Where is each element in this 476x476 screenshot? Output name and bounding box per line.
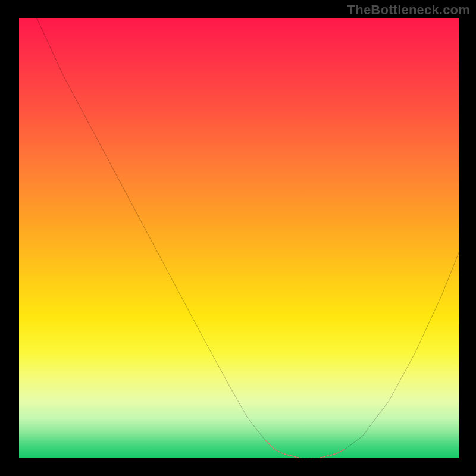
highlight-segment bbox=[265, 440, 345, 458]
chart-frame: TheBottleneck.com bbox=[0, 0, 476, 476]
chart-svg bbox=[19, 18, 459, 458]
plot-area bbox=[19, 18, 459, 458]
watermark-text: TheBottleneck.com bbox=[347, 2, 470, 18]
bottleneck-curve bbox=[37, 18, 459, 458]
